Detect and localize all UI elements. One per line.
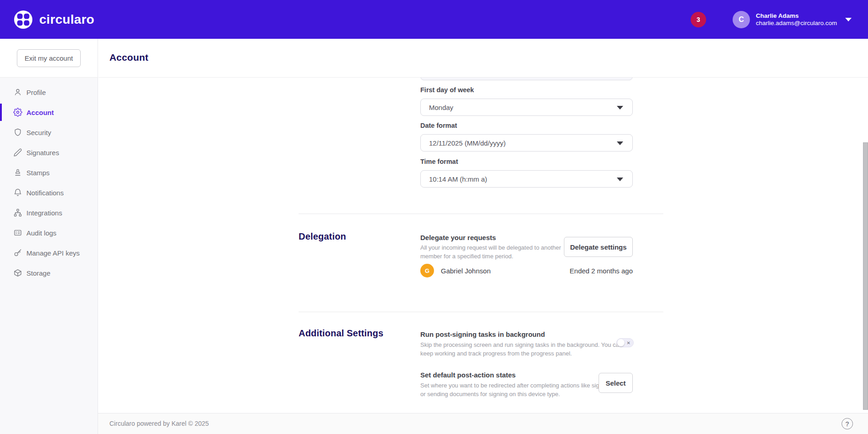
date-format-label: Date format — [420, 122, 457, 129]
delegation-heading: Delegation — [299, 231, 346, 242]
user-email: charlie.adams@circularo.com — [756, 20, 837, 27]
sidebar-item-label: Account — [26, 109, 54, 116]
sidebar-item-signatures[interactable]: Signatures — [0, 142, 98, 162]
first-day-of-week-label: First day of week — [420, 86, 474, 94]
chevron-down-icon — [617, 106, 623, 110]
first-day-of-week-select[interactable]: Monday — [420, 99, 633, 116]
sidebar-item-label: Audit logs — [26, 229, 57, 237]
sidebar-item-label: Stamps — [26, 169, 50, 177]
section-divider — [299, 312, 663, 312]
sidebar-item-manage-api-keys[interactable]: Manage API keys — [0, 243, 98, 263]
sidebar-item-stamps[interactable]: Stamps — [0, 162, 98, 183]
post-action-select-button[interactable]: Select — [599, 373, 633, 393]
partially-visible-select[interactable] — [420, 78, 633, 80]
user-icon — [13, 87, 23, 97]
sidebar: Exit my account Profile Account — [0, 39, 98, 434]
bell-icon — [13, 188, 23, 198]
chevron-down-icon — [617, 141, 623, 145]
box-icon — [13, 268, 23, 278]
sidebar-item-account[interactable]: Account — [0, 102, 98, 122]
delegate-avatar: G — [420, 264, 434, 277]
sidebar-item-storage[interactable]: Storage — [0, 263, 98, 283]
list-card-icon — [13, 228, 23, 238]
chevron-down-icon — [617, 178, 623, 181]
sidebar-item-integrations[interactable]: Integrations — [0, 203, 98, 223]
delegate-status: Ended 2 months ago — [570, 267, 633, 275]
notification-badge[interactable]: 3 — [691, 12, 706, 27]
topbar-right-group: 3 C Charlie Adams charlie.adams@circular… — [691, 0, 852, 39]
sidebar-item-security[interactable]: Security — [0, 122, 98, 142]
sidebar-item-label: Profile — [26, 89, 46, 96]
select-value: 10:14 AM (h:mm a) — [429, 175, 487, 183]
post-signing-tasks-description: Skip the processing screen and run signi… — [420, 340, 634, 358]
active-indicator — [0, 104, 2, 121]
delegate-name: Gabriel Johnson — [441, 267, 491, 275]
exit-account-button[interactable]: Exit my account — [17, 49, 81, 67]
delegate-settings-button[interactable]: Delegate settings — [564, 237, 633, 257]
sidebar-item-profile[interactable]: Profile — [0, 82, 98, 102]
user-menu[interactable]: C Charlie Adams charlie.adams@circularo.… — [733, 11, 852, 28]
date-format-select[interactable]: 12/11/2025 (MM/dd/yyyy) — [420, 134, 633, 152]
page-title: Account — [109, 52, 148, 63]
sidebar-item-label: Integrations — [26, 209, 62, 217]
sidebar-top: Exit my account — [0, 39, 98, 78]
user-info: Charlie Adams charlie.adams@circularo.co… — [756, 12, 837, 27]
help-icon[interactable]: ? — [842, 418, 853, 429]
sidebar-item-label: Manage API keys — [26, 249, 80, 257]
user-name: Charlie Adams — [756, 12, 837, 20]
footer: Circularo powered by Karel © 2025 ? — [98, 413, 868, 434]
user-avatar: C — [733, 11, 750, 28]
select-value: Monday — [429, 104, 453, 111]
gear-icon — [13, 107, 23, 117]
circularo-logo[interactable]: circularo — [14, 10, 94, 29]
post-signing-tasks-title: Run post-signing tasks in background — [420, 330, 545, 338]
sitemap-icon — [13, 208, 23, 218]
sidebar-item-label: Notifications — [26, 189, 64, 197]
chevron-down-icon — [845, 18, 852, 21]
time-format-label: Time format — [420, 158, 458, 165]
sidebar-nav: Profile Account Security Signatures — [0, 78, 98, 283]
post-action-states-description: Set where you want to be redirected afte… — [420, 381, 613, 398]
sidebar-item-audit-logs[interactable]: Audit logs — [0, 223, 98, 243]
section-divider — [299, 214, 663, 214]
content-header: Account — [98, 39, 868, 78]
delegate-row: G Gabriel Johnson Ended 2 months ago — [420, 264, 633, 277]
circularo-logo-icon — [14, 10, 33, 29]
post-action-states-title: Set default post-action states — [420, 371, 516, 379]
key-icon — [13, 248, 23, 258]
additional-settings-heading: Additional Settings — [299, 328, 383, 339]
time-format-select[interactable]: 10:14 AM (h:mm a) — [420, 170, 633, 188]
delegate-requests-title: Delegate your requests — [420, 234, 496, 241]
sidebar-item-label: Storage — [26, 269, 51, 277]
sidebar-item-label: Signatures — [26, 149, 59, 157]
account-settings-page: circularo 3 C Charlie Adams charlie.adam… — [0, 0, 868, 434]
brand-name: circularo — [39, 12, 94, 27]
sidebar-item-notifications[interactable]: Notifications — [0, 183, 98, 203]
vertical-scrollbar-thumb[interactable] — [863, 142, 868, 410]
toggle-knob — [617, 339, 625, 346]
select-value: 12/11/2025 (MM/dd/yyyy) — [429, 139, 506, 147]
sidebar-item-label: Security — [26, 129, 51, 136]
footer-copyright: Circularo powered by Karel © 2025 — [109, 420, 209, 427]
shield-icon — [13, 127, 23, 137]
top-bar: circularo 3 C Charlie Adams charlie.adam… — [0, 0, 868, 39]
pencil-icon — [13, 147, 23, 157]
main-content: First day of week Monday Date format 12/… — [98, 78, 868, 413]
delegate-requests-description: All your incoming request will be delega… — [420, 243, 578, 261]
stamp-icon — [13, 167, 23, 178]
toggle-off-icon: ✕ — [627, 340, 630, 346]
post-signing-tasks-toggle[interactable]: ✕ — [616, 338, 634, 347]
